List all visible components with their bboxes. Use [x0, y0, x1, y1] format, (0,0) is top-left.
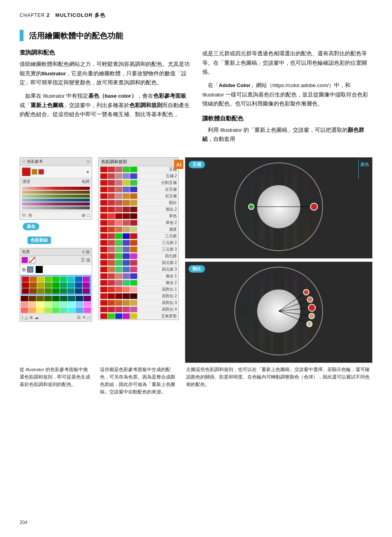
- sw-bottom-icon3[interactable]: ⊕: [29, 315, 33, 320]
- harmony-rule-label: 五角星形: [155, 313, 177, 319]
- harmony-row-item[interactable]: 四元群: [99, 253, 178, 260]
- harmony-row-item[interactable]: 分割互補: [99, 180, 178, 186]
- swatches-highlighted-grid: [21, 275, 91, 295]
- harmony-swatch-cell: [100, 307, 107, 312]
- harmony-rule-label: 高對比 2: [155, 293, 177, 299]
- panel-bottom-icon1[interactable]: ⊕: [82, 213, 85, 218]
- harmony-swatch-cell: [115, 220, 122, 226]
- harmony-row-item[interactable]: 高對比 1: [99, 286, 178, 293]
- harmony-row-item[interactable]: 三元群 2: [99, 240, 178, 246]
- swatches-panel[interactable]: 色票 ≡ ⊞ ☰ ⊞ ⊕: [20, 248, 92, 322]
- grid-icon[interactable]: ⊞: [86, 257, 90, 263]
- panel-bottom-icon2[interactable]: □: [87, 213, 90, 218]
- harmony-swatch-cell: [100, 220, 107, 226]
- harmony-rule-label: 三元群 3: [155, 247, 177, 252]
- panel-bottom: 印, 無 ⊕ □: [20, 211, 92, 219]
- black-swatch: [36, 266, 43, 273]
- harmony-rule-label: 單色: [155, 213, 177, 219]
- harmony-rule-label: 互補 2: [155, 173, 177, 179]
- harmony-swatch-cell: [115, 267, 122, 272]
- harmony-swatch-cell: [100, 167, 107, 172]
- sw-bottom-icon2[interactable]: △: [25, 315, 28, 320]
- harmony-row-item[interactable]: 四元群 3: [99, 266, 178, 273]
- harmony-swatch-cell: [115, 213, 122, 219]
- harmony-row-item[interactable]: 三元群 3: [99, 246, 178, 253]
- swatches-more: [21, 296, 91, 313]
- harmony-swatch-cell: [100, 287, 107, 292]
- para3-right: 利用 Illustrator 的「重新上色圖稿」交談窗，可以把選取的顏色群組，自…: [202, 126, 372, 144]
- harmony-panel: 色彩調和規則 互補互補 2分割互補左互補右互補類比類比 2單色單色 2濃度三元群…: [98, 157, 179, 320]
- harmony-swatch-cell: [115, 287, 122, 292]
- harmony-swatch-cell: [100, 200, 107, 206]
- harmony-rule-label: 四元群 3: [155, 267, 177, 272]
- sw-bottom-icon5[interactable]: ☰: [77, 315, 81, 320]
- harmony-swatch-cell: [115, 193, 122, 199]
- analogous-wheel-panel: 類比: [185, 262, 372, 363]
- harmony-swatches: [100, 200, 154, 206]
- sw-bottom-icon1[interactable]: ⟨: [22, 315, 23, 320]
- harmony-swatches: [100, 273, 154, 279]
- harmony-swatch-cell: [108, 233, 115, 239]
- harmony-rule-label: 濃度: [155, 227, 177, 232]
- swatch-slash-icon: [29, 257, 35, 263]
- harmony-swatch-cell: [130, 233, 137, 239]
- sw-bottom-icon4[interactable]: ☁: [34, 315, 39, 320]
- harmony-swatch-cell: [130, 180, 137, 186]
- caption-left-text: 從 Illustrator 的色彩參考面板中挑選色彩調和規則，即可從基色生成基於…: [20, 366, 92, 388]
- harmony-swatch-cell: [100, 280, 107, 286]
- subsection1-title: 查詢調和配色: [20, 49, 190, 56]
- harmony-swatch-cell: [108, 307, 115, 312]
- harmony-row-item[interactable]: 複合 2: [99, 280, 178, 286]
- harmony-swatches: [100, 193, 154, 199]
- chapter-label: CHAPTER: [20, 13, 45, 18]
- harmony-row-item[interactable]: 單色 2: [99, 220, 178, 226]
- harmony-row-item[interactable]: 三元群: [99, 233, 178, 240]
- harmony-swatch-cell: [123, 313, 130, 319]
- swatches-bottom-bar: ⟨ △ ⊕ ☁ ☰ ✕ □: [20, 313, 92, 321]
- harmony-swatches: [100, 260, 154, 266]
- harmony-swatch-cell: [115, 233, 122, 239]
- harmony-swatches: [100, 233, 154, 239]
- harmony-row-item[interactable]: 濃度: [99, 226, 178, 233]
- crosshair-icon: ⊕: [22, 266, 26, 273]
- harmony-swatch-cell: [115, 300, 122, 306]
- harmony-row-item[interactable]: 左互補: [99, 186, 178, 193]
- color-ref-panel[interactable]: ◇ 色彩參考 ≡ ▼ 濃度 色調: [20, 157, 92, 220]
- harmony-row-item[interactable]: 單色: [99, 213, 178, 220]
- harmony-row-item[interactable]: 四元群 2: [99, 260, 178, 266]
- harmony-row-item[interactable]: 類比 2: [99, 206, 178, 213]
- sw-bottom-icon6[interactable]: ✕: [82, 315, 86, 320]
- harmony-swatch-cell: [100, 233, 107, 239]
- harmony-row-item[interactable]: 互補 2: [99, 173, 178, 180]
- harmony-swatch-cell: [108, 200, 115, 206]
- harmony-swatch-cell: [123, 180, 130, 186]
- harmony-row-item[interactable]: 高對比 3: [99, 300, 178, 306]
- swatches-grid-icon[interactable]: ⊞: [86, 249, 90, 255]
- harmony-swatch-cell: [100, 227, 107, 232]
- swatch-dropdown-icon[interactable]: ▼: [86, 170, 90, 174]
- harmony-swatches: [100, 267, 154, 272]
- harmony-row-item[interactable]: 互補: [99, 166, 178, 173]
- list-icon[interactable]: ☰: [81, 257, 85, 263]
- swatches-menu-icon[interactable]: ≡: [82, 249, 85, 255]
- gradient-bar-1: [22, 187, 90, 190]
- harmony-swatch-cell: [123, 287, 130, 292]
- harmony-row-item[interactable]: 五角星形: [99, 313, 178, 320]
- sw-bottom-icon7[interactable]: □: [87, 315, 90, 320]
- harmony-row-item[interactable]: 高對比 4: [99, 306, 178, 313]
- swatch-magenta-icon: [22, 257, 28, 263]
- harmony-row-item[interactable]: 右互補: [99, 193, 178, 200]
- para1-left: 借助繪圖軟體和配色網站之力，可輕鬆查詢容易調和的配色。尤其是功能充實的Illus…: [20, 60, 190, 87]
- harmony-rule-label: 高對比 4: [155, 307, 177, 312]
- kiso-badge-1: 基色: [23, 223, 39, 230]
- harmony-swatch-cell: [108, 247, 115, 252]
- harmony-row-item[interactable]: 複合 1: [99, 273, 178, 280]
- harmony-panel-wrapper: 色彩調和規則 互補互補 2分割互補左互補右互補類比類比 2單色單色 2濃度三元群…: [98, 157, 179, 320]
- harmony-row-item[interactable]: 高對比 2: [99, 293, 178, 300]
- harmony-swatch-cell: [123, 273, 130, 279]
- harmony-swatch-cell: [108, 260, 115, 266]
- harmony-swatch-cell: [130, 193, 137, 199]
- harmony-row-item[interactable]: 類比: [99, 200, 178, 206]
- shikisai-badge: 色彩群組: [27, 237, 51, 244]
- harmony-swatch-cell: [100, 173, 107, 179]
